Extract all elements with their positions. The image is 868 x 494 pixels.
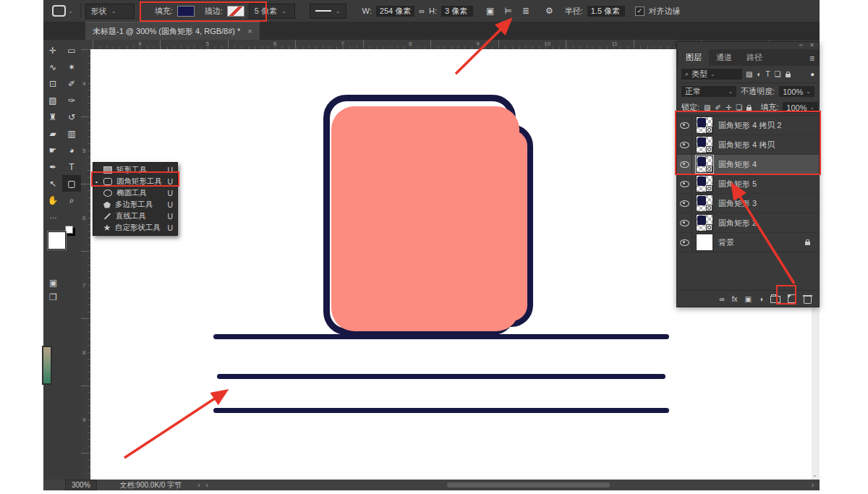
zoom-tool[interactable]: ⌕	[62, 192, 81, 208]
flyout-item-line-tool[interactable]: 直线工具U	[93, 210, 177, 222]
align-edges-checkbox[interactable]: ✓	[635, 7, 644, 16]
eraser-tool[interactable]: ▰	[43, 125, 62, 142]
visibility-eye-icon[interactable]	[680, 122, 689, 129]
delete-layer-icon[interactable]	[804, 297, 812, 304]
flyout-item-rectangle-tool[interactable]: 矩形工具U	[93, 164, 177, 176]
close-icon[interactable]: ×	[247, 27, 252, 35]
fill-opacity-select[interactable]: 100% ⌄	[783, 102, 818, 113]
layer-name[interactable]: 圆角矩形 4	[718, 159, 757, 170]
magic-wand-tool[interactable]: ✶	[62, 59, 81, 75]
layer-name[interactable]: 圆角矩形 5	[718, 179, 757, 189]
path-operations-button[interactable]: ▣	[486, 6, 494, 16]
scroll-right-icon[interactable]: ›	[812, 481, 814, 489]
layer-row-1[interactable]: 圆角矩形 4 拷贝	[677, 135, 819, 155]
visibility-cell[interactable]	[677, 155, 692, 174]
smart-object-filter-icon[interactable]	[786, 74, 791, 77]
layer-thumbnail[interactable]	[696, 156, 713, 173]
layer-row-5[interactable]: 圆角矩形 2	[677, 213, 819, 233]
lock-artboard-icon[interactable]: ❏	[736, 103, 742, 111]
pixel-filter-icon[interactable]: ▨	[746, 70, 752, 78]
group-layers-icon[interactable]	[770, 296, 780, 303]
visibility-cell[interactable]	[677, 174, 692, 193]
visibility-cell[interactable]	[677, 135, 692, 154]
layer-thumbnail[interactable]	[696, 234, 713, 251]
type-filter-icon[interactable]: T	[766, 70, 770, 78]
layer-thumbnail[interactable]	[696, 136, 713, 153]
lasso-tool[interactable]: ∿	[43, 59, 62, 75]
visibility-eye-icon[interactable]	[680, 200, 689, 207]
visibility-cell[interactable]	[677, 213, 692, 232]
visibility-eye-icon[interactable]	[680, 220, 689, 226]
gear-icon[interactable]: ⚙	[545, 6, 553, 16]
tab-channels[interactable]: 通道	[709, 49, 739, 66]
layer-name[interactable]: 圆角矩形 4 拷贝 2	[718, 120, 781, 131]
layer-row-3[interactable]: 圆角矩形 5	[677, 174, 819, 194]
foreground-color-swatch[interactable]	[48, 231, 66, 250]
flyout-item-polygon-tool[interactable]: 多边形工具U	[93, 199, 177, 210]
new-layer-icon[interactable]	[788, 294, 796, 303]
fill-color-swatch[interactable]	[177, 6, 195, 17]
layer-name[interactable]: 背景	[718, 237, 734, 248]
gradient-tool[interactable]: ▥	[62, 125, 81, 142]
collapse-panel-icon[interactable]: ‹‹	[799, 42, 803, 48]
quick-mask-icon[interactable]: ▣	[49, 278, 57, 288]
crop-tool[interactable]: ⊡	[43, 75, 62, 92]
status-arrow-left[interactable]: ‹	[206, 481, 208, 489]
lock-move-icon[interactable]: ✛	[726, 103, 731, 111]
tab-layers[interactable]: 图层	[678, 49, 709, 66]
height-input[interactable]: 3 像素	[441, 6, 473, 17]
layer-name[interactable]: 圆角矩形 2	[718, 218, 757, 229]
visibility-cell[interactable]	[677, 116, 692, 135]
layer-name[interactable]: 圆角矩形 4 拷贝	[718, 140, 775, 150]
layer-thumbnail[interactable]	[696, 175, 713, 192]
tool-mode-select[interactable]: 形状 ⌄	[85, 4, 135, 19]
adjustment-layer-icon[interactable]: ◑	[759, 295, 763, 303]
visibility-cell[interactable]	[677, 233, 692, 252]
flyout-item-ellipse-tool[interactable]: 椭圆工具U	[93, 187, 177, 199]
lock-paint-icon[interactable]: ✐	[715, 103, 721, 111]
path-selection-tool[interactable]: ↖	[43, 175, 62, 192]
close-panel-icon[interactable]: ✕	[809, 42, 814, 48]
shape-tool[interactable]: ▢	[62, 175, 81, 192]
move-tool[interactable]: ✛	[43, 42, 62, 59]
layer-row-0[interactable]: 圆角矩形 4 拷贝 2	[677, 116, 819, 135]
tab-paths[interactable]: 路径	[739, 49, 770, 66]
lock-transparent-icon[interactable]: ▨	[704, 103, 710, 111]
history-brush-tool[interactable]: ↺	[62, 108, 81, 125]
lock-all-icon[interactable]	[746, 107, 752, 111]
smudge-tool[interactable]: ☛	[43, 142, 62, 158]
healing-brush-tool[interactable]: ▧	[43, 92, 62, 108]
marquee-tool[interactable]: ▭	[62, 42, 81, 59]
layer-name[interactable]: 圆角矩形 3	[718, 198, 757, 209]
layer-mask-icon[interactable]: ▣	[745, 295, 752, 303]
filter-toggle-icon[interactable]: ●	[811, 71, 814, 78]
document-tab[interactable]: 未标题-1 @ 300% (圆角矩形 4, RGB/8#) * ×	[85, 22, 260, 40]
path-arrange-button[interactable]: ≣	[522, 6, 529, 16]
layer-row-4[interactable]: 圆角矩形 3	[677, 194, 819, 213]
visibility-eye-icon[interactable]	[680, 181, 689, 187]
pen-tool[interactable]: ✒	[43, 158, 62, 175]
stroke-width-select[interactable]: 5 像素 ⌄	[249, 4, 295, 19]
opacity-select[interactable]: 100% ⌄	[779, 86, 814, 97]
layer-row-6[interactable]: 背景	[677, 233, 819, 252]
stroke-color-swatch[interactable]	[227, 6, 244, 17]
layer-row-2[interactable]: 圆角矩形 4	[677, 155, 819, 174]
blend-mode-select[interactable]: 正常 ⌄	[681, 86, 736, 97]
visibility-eye-icon[interactable]	[680, 239, 689, 246]
visibility-cell[interactable]	[677, 194, 692, 213]
type-tool[interactable]: T	[62, 158, 81, 175]
clone-stamp-tool[interactable]: ♜	[43, 108, 62, 125]
eyedropper-tool[interactable]: ✐	[62, 75, 81, 92]
shape-filter-icon[interactable]: ❏	[775, 70, 781, 78]
status-arrow-right[interactable]: ›	[197, 481, 200, 489]
scroll-down-icon[interactable]: ⌄	[812, 472, 817, 478]
filter-type-select[interactable]: ⌕ 类型 ⌄	[681, 69, 742, 80]
visibility-eye-icon[interactable]	[680, 142, 689, 148]
layer-thumbnail[interactable]	[696, 214, 713, 231]
layer-style-icon[interactable]: fx	[732, 295, 738, 303]
link-layers-icon[interactable]: ∞	[720, 295, 725, 303]
link-dimensions-icon[interactable]: ∞	[419, 7, 425, 15]
default-colors-icon[interactable]	[65, 226, 73, 234]
toolbar-more-icon[interactable]: …	[43, 211, 81, 221]
flyout-item-rounded-rectangle-tool[interactable]: •圆角矩形工具U	[93, 176, 177, 187]
